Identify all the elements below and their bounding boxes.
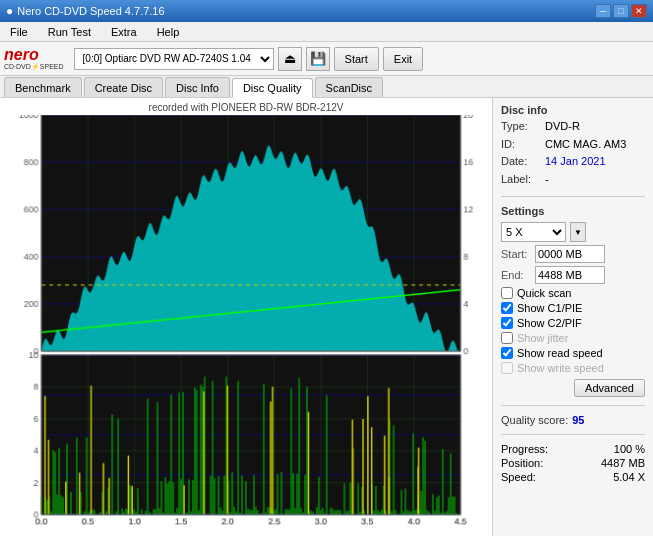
tab-disc-quality[interactable]: Disc Quality <box>232 78 313 98</box>
show-write-speed-checkbox <box>501 362 513 374</box>
speed-label-stat: Speed: <box>501 471 536 483</box>
menu-bar: File Run Test Extra Help <box>0 22 653 42</box>
show-read-speed-row[interactable]: Show read speed <box>501 347 645 359</box>
chart-area: recorded with PIONEER BD-RW BDR-212V PI … <box>0 98 493 536</box>
type-label: Type: <box>501 118 541 136</box>
progress-value: 100 % <box>614 443 645 455</box>
main-chart <box>4 115 488 536</box>
disc-info-section: Disc info Type: DVD-R ID: CMC MAG. AM3 D… <box>501 104 645 188</box>
main-content: recorded with PIONEER BD-RW BDR-212V PI … <box>0 98 653 536</box>
advanced-button[interactable]: Advanced <box>574 379 645 397</box>
show-c2-pif-label: Show C2/PIF <box>517 317 582 329</box>
tab-create-disc[interactable]: Create Disc <box>84 77 163 97</box>
eject-icon-btn[interactable]: ⏏ <box>278 47 302 71</box>
menu-run-test[interactable]: Run Test <box>42 24 97 40</box>
nero-brand: nero <box>4 47 64 63</box>
speed-value-stat: 5.04 X <box>613 471 645 483</box>
speed-select[interactable]: 5 X <box>501 222 566 242</box>
end-mb-row: End: <box>501 266 645 284</box>
position-value: 4487 MB <box>601 457 645 469</box>
date-label: Date: <box>501 153 541 171</box>
disc-info-title: Disc info <box>501 104 645 116</box>
show-write-speed-label: Show write speed <box>517 362 604 374</box>
show-read-speed-checkbox[interactable] <box>501 347 513 359</box>
speed-row: 5 X ▼ <box>501 222 645 242</box>
progress-label: Progress: <box>501 443 548 455</box>
quick-scan-row[interactable]: Quick scan <box>501 287 645 299</box>
title-bar-left: ● Nero CD-DVD Speed 4.7.7.16 <box>6 4 165 18</box>
show-c2-pif-checkbox[interactable] <box>501 317 513 329</box>
id-label: ID: <box>501 136 541 154</box>
chart-title: recorded with PIONEER BD-RW BDR-212V <box>4 102 488 113</box>
start-mb-label: Start: <box>501 248 531 260</box>
close-button[interactable]: ✕ <box>631 4 647 18</box>
title-bar-controls[interactable]: ─ □ ✕ <box>595 4 647 18</box>
nero-logo: nero CD·DVD⚡SPEED <box>4 47 64 70</box>
settings-section: Settings 5 X ▼ Start: End: Quick scan <box>501 205 645 397</box>
show-jitter-label: Show jitter <box>517 332 568 344</box>
end-mb-input[interactable] <box>535 266 605 284</box>
show-jitter-row[interactable]: Show jitter <box>501 332 645 344</box>
tab-benchmark[interactable]: Benchmark <box>4 77 82 97</box>
position-label: Position: <box>501 457 543 469</box>
exit-button[interactable]: Exit <box>383 47 423 71</box>
right-panel: Disc info Type: DVD-R ID: CMC MAG. AM3 D… <box>493 98 653 536</box>
divider-1 <box>501 196 645 197</box>
app-title: Nero CD-DVD Speed 4.7.7.16 <box>17 5 164 17</box>
drive-select[interactable]: [0:0] Optiarc DVD RW AD-7240S 1.04 <box>74 48 274 70</box>
settings-title: Settings <box>501 205 645 217</box>
menu-file[interactable]: File <box>4 24 34 40</box>
progress-section: Progress: 100 % Position: 4487 MB Speed:… <box>501 443 645 483</box>
disc-label-value: - <box>545 171 549 189</box>
toolbar: nero CD·DVD⚡SPEED [0:0] Optiarc DVD RW A… <box>0 42 653 76</box>
divider-3 <box>501 434 645 435</box>
nero-product: CD·DVD⚡SPEED <box>4 63 64 70</box>
save-icon-btn[interactable]: 💾 <box>306 47 330 71</box>
show-write-speed-row: Show write speed <box>501 362 645 374</box>
start-mb-input[interactable] <box>535 245 605 263</box>
spin-button[interactable]: ▼ <box>570 222 586 242</box>
show-read-speed-label: Show read speed <box>517 347 603 359</box>
menu-help[interactable]: Help <box>151 24 186 40</box>
maximize-button[interactable]: □ <box>613 4 629 18</box>
quick-scan-label: Quick scan <box>517 287 571 299</box>
quality-score-value: 95 <box>572 414 584 426</box>
menu-extra[interactable]: Extra <box>105 24 143 40</box>
end-mb-label: End: <box>501 269 531 281</box>
title-bar: ● Nero CD-DVD Speed 4.7.7.16 ─ □ ✕ <box>0 0 653 22</box>
show-c1-pie-row[interactable]: Show C1/PIE <box>501 302 645 314</box>
quality-score-row: Quality score: 95 <box>501 414 645 426</box>
show-c1-pie-checkbox[interactable] <box>501 302 513 314</box>
minimize-button[interactable]: ─ <box>595 4 611 18</box>
divider-2 <box>501 405 645 406</box>
quality-score-label: Quality score: <box>501 414 568 426</box>
date-value: 14 Jan 2021 <box>545 153 606 171</box>
type-value: DVD-R <box>545 118 580 136</box>
id-value: CMC MAG. AM3 <box>545 136 626 154</box>
tab-bar: Benchmark Create Disc Disc Info Disc Qua… <box>0 76 653 98</box>
tab-scan-disc[interactable]: ScanDisc <box>315 77 383 97</box>
show-c1-pie-label: Show C1/PIE <box>517 302 582 314</box>
tab-disc-info[interactable]: Disc Info <box>165 77 230 97</box>
show-jitter-checkbox[interactable] <box>501 332 513 344</box>
disc-label-label: Label: <box>501 171 541 189</box>
start-button[interactable]: Start <box>334 47 379 71</box>
start-mb-row: Start: <box>501 245 645 263</box>
quick-scan-checkbox[interactable] <box>501 287 513 299</box>
show-c2-pif-row[interactable]: Show C2/PIF <box>501 317 645 329</box>
